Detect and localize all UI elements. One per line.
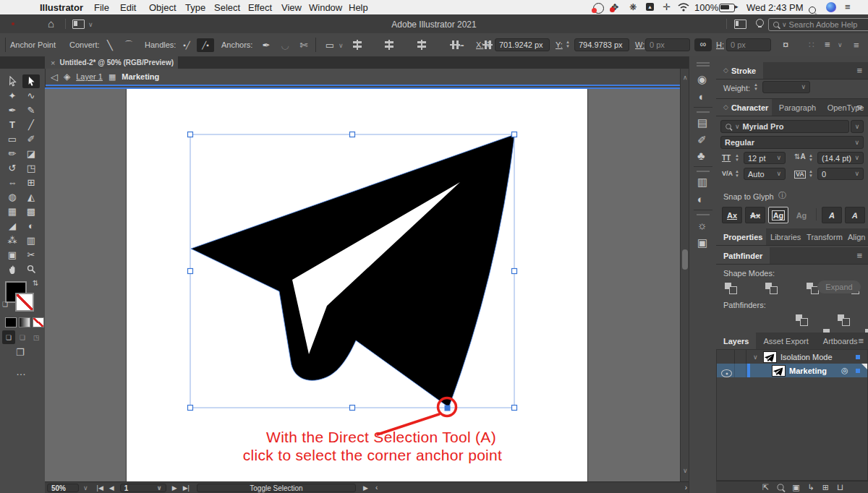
close-tab-icon[interactable]: × xyxy=(51,59,55,67)
character-tab[interactable]: ◇ Character xyxy=(716,99,772,116)
isolation-thumbnail[interactable] xyxy=(763,351,777,363)
font-size-stepper[interactable]: ▲▼ xyxy=(735,153,739,162)
search-scope-chevron[interactable]: ∨ xyxy=(782,22,787,28)
rectangle-tool[interactable]: ▭ xyxy=(4,132,21,146)
align-center-icon[interactable] xyxy=(383,40,395,50)
artboard-tool[interactable]: ▣ xyxy=(4,248,21,262)
last-artboard-icon[interactable]: ▶| xyxy=(183,485,190,492)
menu-file[interactable]: File xyxy=(94,2,109,13)
stroke-panel-tab[interactable]: ◇ Stroke xyxy=(716,62,763,79)
show-handles-button[interactable]: ╱▪ xyxy=(197,38,214,52)
link-dimensions-icon[interactable]: ∞ xyxy=(694,38,712,51)
status-display-field[interactable]: Toggle Selection xyxy=(197,484,356,492)
breadcrumb-layer[interactable]: Layer 1 xyxy=(76,72,103,81)
y-stepper[interactable]: ▲▼ xyxy=(566,40,570,48)
swatches-panel-icon[interactable]: ▤ xyxy=(697,117,707,128)
zoom-tool[interactable] xyxy=(22,262,40,276)
symbols-panel-icon[interactable]: ♣ xyxy=(697,150,705,162)
h-value-field[interactable]: 0 px xyxy=(726,38,771,51)
connect-anchors-button[interactable]: ◡ xyxy=(276,38,294,52)
stroke-weight-stepper[interactable]: ▲▼ xyxy=(754,82,758,91)
new-sublayer-icon[interactable]: ↳ xyxy=(808,484,814,492)
snap-baseline-button[interactable]: Ax xyxy=(722,207,742,223)
more-options-dots-icon[interactable]: ∷ xyxy=(809,40,814,49)
artboard-number-field[interactable]: 1 ∨ xyxy=(120,484,166,492)
delete-layer-icon[interactable]: ⊔ xyxy=(837,483,843,492)
default-fill-stroke-icon[interactable]: ❏ xyxy=(2,301,8,308)
remove-anchor-button[interactable]: ✒ xyxy=(258,38,275,52)
next-artboard-icon[interactable]: ▶ xyxy=(172,485,177,492)
lasso-tool[interactable]: ∿ xyxy=(22,89,40,103)
none-button[interactable] xyxy=(33,317,44,327)
symbol-sprayer-tool[interactable]: ⁂ xyxy=(4,233,21,247)
hand-tool[interactable] xyxy=(4,262,21,276)
kerning-stepper[interactable]: ▲▼ xyxy=(735,169,739,178)
distribute-icon[interactable]: ╼ xyxy=(459,42,464,50)
marketing-selection-indicator[interactable] xyxy=(856,369,860,373)
collect-for-export-icon[interactable]: ⇱ xyxy=(762,484,769,492)
status-play-icon[interactable]: ▶ xyxy=(363,485,368,492)
artboard-list-chevron[interactable]: ∨ xyxy=(156,485,161,492)
menu-edit[interactable]: Edit xyxy=(120,2,136,13)
hide-handles-button[interactable]: ▪╱ xyxy=(178,38,195,52)
group-drag-bar[interactable] xyxy=(697,111,710,113)
control-center-icon[interactable]: ≡ xyxy=(845,1,851,12)
tab-layers[interactable]: Layers xyxy=(716,333,756,349)
blend-tool[interactable]: ◐ xyxy=(22,219,40,233)
tab-libraries[interactable]: Libraries xyxy=(766,228,802,245)
slice-tool[interactable]: ✂ xyxy=(22,248,40,262)
gradient-tool[interactable]: ▩ xyxy=(22,205,40,218)
spotlight-icon[interactable] xyxy=(809,7,816,14)
selection-tool[interactable] xyxy=(4,74,21,88)
pathfinder-panel-menu-icon[interactable]: ≡ xyxy=(856,250,862,261)
stroke-weight-chevron[interactable]: ∨ xyxy=(801,84,806,90)
x-stepper[interactable]: ▲▼ xyxy=(486,40,490,48)
font-family-dropdown[interactable]: ∨ xyxy=(851,120,864,133)
snap-proximity-button[interactable]: Ag xyxy=(791,207,812,223)
align-right-icon[interactable] xyxy=(416,40,427,50)
tab-align[interactable]: Align xyxy=(843,228,868,245)
w-value-field[interactable]: 0 px xyxy=(645,38,690,51)
leading-field[interactable]: (14.4 pt)∨ xyxy=(817,152,864,164)
siri-icon[interactable] xyxy=(826,2,836,12)
curvature-tool[interactable]: ✎ xyxy=(22,103,40,117)
font-style-chevron[interactable]: ∨ xyxy=(854,140,859,146)
menu-select[interactable]: Select xyxy=(214,2,240,13)
perspective-grid-tool[interactable]: ◭ xyxy=(22,190,40,204)
scrollbar-thumb[interactable] xyxy=(682,249,688,270)
kerning-field[interactable]: Auto∨ xyxy=(744,168,786,180)
stroke-panel-menu-icon[interactable]: ≡ xyxy=(856,65,862,76)
direct-selection-tool[interactable] xyxy=(22,74,40,88)
document-setup-chevron[interactable]: ∨ xyxy=(339,43,344,49)
convert-to-smooth-button[interactable]: ⌒ xyxy=(120,38,137,52)
layers-panel-menu-icon[interactable]: ≡ xyxy=(858,335,864,346)
layer-row-isolation-mode[interactable]: ∨ Isolation Mode xyxy=(717,350,867,364)
gradient-panel-icon[interactable]: ▥ xyxy=(697,176,707,187)
hscroll-right-icon[interactable]: › xyxy=(685,484,687,492)
menu-view[interactable]: View xyxy=(281,2,302,13)
document-tab[interactable]: × Untitled-2* @ 50% (RGB/Preview) xyxy=(45,56,178,69)
keyboard-nav-icon[interactable]: ✛ xyxy=(663,1,671,12)
help-search-field[interactable]: ∨ Search Adobe Help xyxy=(768,18,868,31)
swap-fill-stroke-icon[interactable]: ⇅ xyxy=(33,280,38,287)
mesh-tool[interactable]: ▦ xyxy=(4,205,21,218)
menu-object[interactable]: Object xyxy=(149,2,176,13)
settings-icon[interactable]: ❋ xyxy=(629,2,637,12)
font-style-field[interactable]: Regular ∨ xyxy=(720,136,864,149)
strip-drag-bar[interactable] xyxy=(697,62,710,64)
menu-window[interactable]: Window xyxy=(309,2,342,13)
app-switcher-icon[interactable]: ▲ xyxy=(646,3,654,11)
transparency-panel-icon[interactable]: ◐ xyxy=(697,194,704,205)
unite-shape-mode-icon[interactable] xyxy=(723,282,738,293)
type-tool[interactable]: T xyxy=(4,118,21,132)
leading-stepper[interactable]: ▲▼ xyxy=(809,153,813,162)
locate-object-icon[interactable] xyxy=(778,484,784,491)
menubar-clock[interactable]: Wed 2:43 PM xyxy=(746,2,804,13)
tab-artboards[interactable]: Artboards xyxy=(816,333,865,349)
menu-effect[interactable]: Effect xyxy=(248,2,272,13)
tab-asset-export[interactable]: Asset Export xyxy=(756,333,815,349)
arrange-icon[interactable]: ≡ xyxy=(825,40,830,49)
snap-glyph-bounds-button[interactable]: Ag xyxy=(768,207,788,223)
document-setup-icon[interactable]: ▭ xyxy=(321,38,339,52)
menu-help[interactable]: Help xyxy=(349,2,368,13)
